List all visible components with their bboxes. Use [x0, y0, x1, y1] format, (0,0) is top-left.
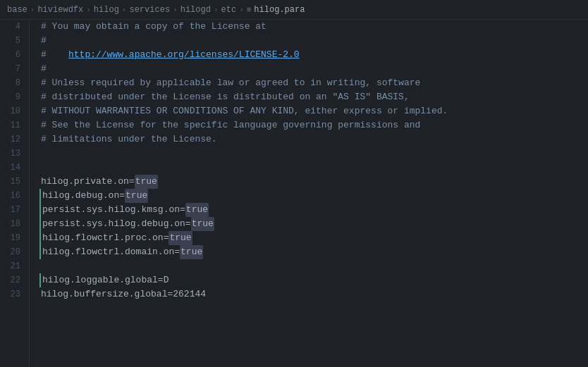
ln-20: 20: [6, 245, 20, 259]
ln-13: 13: [6, 147, 20, 161]
ln-19: 19: [6, 231, 20, 245]
ln-11: 11: [6, 118, 20, 132]
ln-18: 18: [6, 217, 20, 231]
editor: 4 5 6 7 8 9 10 11 12 13 14 15 16 17 18 1…: [0, 20, 588, 367]
ln-5: 5: [6, 34, 20, 48]
code-line-23: hilog.buffersize.global=262144: [41, 287, 588, 301]
ln-7: 7: [6, 62, 20, 76]
code-line-5: #: [41, 34, 588, 48]
ln-6: 6: [6, 48, 20, 62]
code-line-17: persist.sys.hilog.kmsg.on=true: [39, 203, 588, 217]
code-line-22: hilog.loggable.global=D: [39, 273, 588, 287]
breadcrumb-hilogd[interactable]: hilogd: [180, 5, 211, 15]
ln-23: 23: [6, 287, 20, 301]
code-content[interactable]: # You may obtain a copy of the License a…: [30, 20, 588, 367]
file-icon: ≡: [247, 6, 252, 14]
license-link[interactable]: http://www.apache.org/licenses/LICENSE-2…: [68, 48, 300, 62]
breadcrumb-services[interactable]: services: [129, 5, 170, 15]
code-line-9: # distributed under the License is distr…: [41, 90, 588, 104]
breadcrumb-etc[interactable]: etc: [221, 5, 237, 15]
code-line-18: persist.sys.hilog.debug.on=true: [39, 217, 588, 231]
code-line-8: # Unless required by applicable law or a…: [41, 76, 588, 90]
ln-14: 14: [6, 161, 20, 175]
breadcrumb-base[interactable]: base: [7, 5, 27, 15]
code-line-7: #: [41, 62, 588, 76]
code-line-12: # limitations under the License.: [41, 132, 588, 147]
breadcrumb-file[interactable]: hilog.para: [254, 5, 305, 15]
ln-4: 4: [6, 20, 20, 34]
code-line-15: hilog.private.on=true: [41, 175, 588, 189]
code-line-20: hilog.flowctrl.domain.on=true: [39, 245, 588, 259]
ln-21: 21: [6, 259, 20, 273]
code-line-13: [41, 147, 588, 161]
ln-9: 9: [6, 90, 20, 104]
ln-15: 15: [6, 175, 20, 189]
ln-12: 12: [6, 132, 20, 147]
breadcrumb: base › hiviewdfx › hilog › services › hi…: [0, 0, 588, 20]
code-line-4: # You may obtain a copy of the License a…: [41, 20, 588, 34]
code-line-11: # See the License for the specific langu…: [41, 118, 588, 132]
breadcrumb-hilog[interactable]: hilog: [94, 5, 119, 15]
code-line-14: [41, 161, 588, 175]
code-line-6: # http://www.apache.org/licenses/LICENSE…: [41, 48, 588, 62]
breadcrumb-hiviewdfx[interactable]: hiviewdfx: [37, 5, 83, 15]
ln-22: 22: [6, 273, 20, 287]
ln-17: 17: [6, 203, 20, 217]
ln-8: 8: [6, 76, 20, 90]
code-line-21: [41, 259, 588, 273]
ln-16: 16: [6, 189, 20, 203]
ln-10: 10: [6, 104, 20, 118]
line-numbers: 4 5 6 7 8 9 10 11 12 13 14 15 16 17 18 1…: [0, 20, 30, 367]
code-line-19: hilog.flowctrl.proc.on=true: [39, 231, 588, 245]
code-line-10: # WITHOUT WARRANTIES OR CONDITIONS OF AN…: [41, 104, 588, 118]
code-line-16: hilog.debug.on=true: [39, 189, 588, 203]
